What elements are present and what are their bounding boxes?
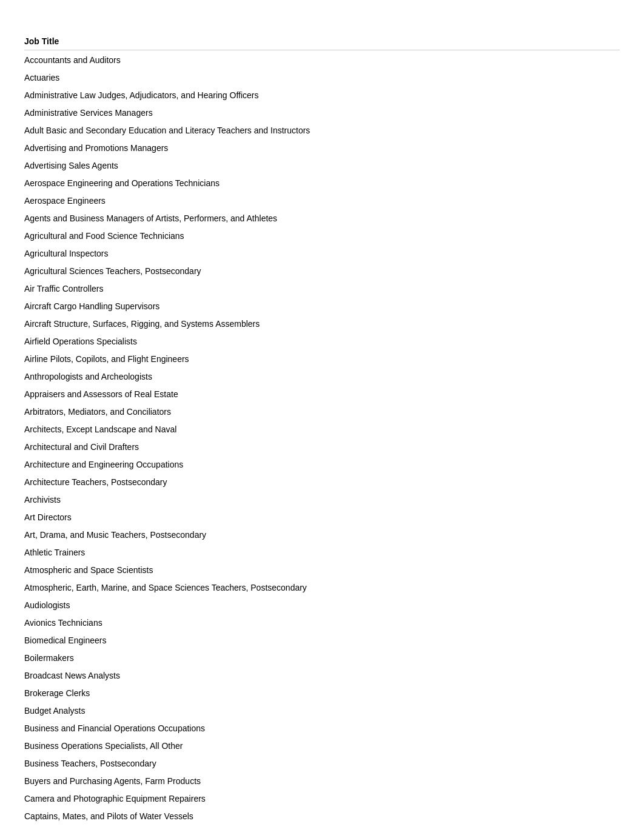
- list-item[interactable]: Biomedical Engineers: [24, 632, 620, 649]
- list-item[interactable]: Budget Analysts: [24, 702, 620, 720]
- job-list: Accountants and AuditorsActuariesAdminis…: [24, 52, 620, 825]
- list-item[interactable]: Boilermakers: [24, 649, 620, 667]
- list-item[interactable]: Art Directors: [24, 509, 620, 526]
- list-item[interactable]: Advertising Sales Agents: [24, 157, 620, 175]
- list-item[interactable]: Business and Financial Operations Occupa…: [24, 720, 620, 737]
- list-item[interactable]: Camera and Photographic Equipment Repair…: [24, 790, 620, 808]
- list-item[interactable]: Administrative Law Judges, Adjudicators,…: [24, 87, 620, 104]
- list-item[interactable]: Advertising and Promotions Managers: [24, 139, 620, 157]
- list-item[interactable]: Aerospace Engineers: [24, 192, 620, 210]
- list-item[interactable]: Arbitrators, Mediators, and Conciliators: [24, 403, 620, 421]
- list-item[interactable]: Business Teachers, Postsecondary: [24, 755, 620, 773]
- list-item[interactable]: Architecture and Engineering Occupations: [24, 456, 620, 474]
- list-item[interactable]: Architectural and Civil Drafters: [24, 438, 620, 456]
- list-item[interactable]: Buyers and Purchasing Agents, Farm Produ…: [24, 773, 620, 790]
- list-item[interactable]: Art, Drama, and Music Teachers, Postseco…: [24, 526, 620, 544]
- list-item[interactable]: Captains, Mates, and Pilots of Water Ves…: [24, 808, 620, 825]
- table-header: Job Title: [24, 36, 620, 50]
- list-item[interactable]: Atmospheric, Earth, Marine, and Space Sc…: [24, 579, 620, 597]
- list-item[interactable]: Agents and Business Managers of Artists,…: [24, 210, 620, 227]
- list-item[interactable]: Anthropologists and Archeologists: [24, 368, 620, 386]
- list-item[interactable]: Broadcast News Analysts: [24, 667, 620, 685]
- list-item[interactable]: Architects, Except Landscape and Naval: [24, 421, 620, 438]
- job-title-header-label: Job Title: [24, 36, 59, 46]
- list-item[interactable]: Brokerage Clerks: [24, 685, 620, 702]
- list-item[interactable]: Architecture Teachers, Postsecondary: [24, 474, 620, 491]
- list-item[interactable]: Aircraft Cargo Handling Supervisors: [24, 298, 620, 315]
- list-item[interactable]: Agricultural Inspectors: [24, 245, 620, 263]
- job-title-column-header: Job Title: [24, 36, 620, 46]
- list-item[interactable]: Administrative Services Managers: [24, 104, 620, 122]
- list-item[interactable]: Actuaries: [24, 69, 620, 87]
- list-item[interactable]: Air Traffic Controllers: [24, 280, 620, 298]
- list-item[interactable]: Athletic Trainers: [24, 544, 620, 562]
- list-item[interactable]: Avionics Technicians: [24, 614, 620, 632]
- list-item[interactable]: Accountants and Auditors: [24, 52, 620, 69]
- list-item[interactable]: Adult Basic and Secondary Education and …: [24, 122, 620, 139]
- job-title-table: Job Title Accountants and AuditorsActuar…: [24, 36, 620, 825]
- list-item[interactable]: Aircraft Structure, Surfaces, Rigging, a…: [24, 315, 620, 333]
- list-item[interactable]: Appraisers and Assessors of Real Estate: [24, 386, 620, 403]
- list-item[interactable]: Agricultural Sciences Teachers, Postseco…: [24, 263, 620, 280]
- list-item[interactable]: Aerospace Engineering and Operations Tec…: [24, 175, 620, 192]
- list-item[interactable]: Agricultural and Food Science Technician…: [24, 227, 620, 245]
- list-item[interactable]: Archivists: [24, 491, 620, 509]
- list-item[interactable]: Atmospheric and Space Scientists: [24, 562, 620, 579]
- list-item[interactable]: Business Operations Specialists, All Oth…: [24, 737, 620, 755]
- list-item[interactable]: Airfield Operations Specialists: [24, 333, 620, 350]
- list-item[interactable]: Airline Pilots, Copilots, and Flight Eng…: [24, 350, 620, 368]
- list-item[interactable]: Audiologists: [24, 597, 620, 614]
